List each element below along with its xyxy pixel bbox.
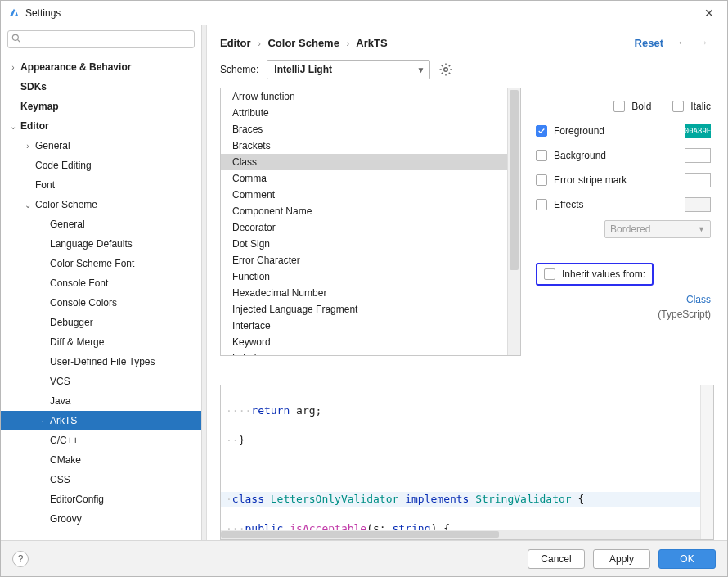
attribute-item[interactable]: Error Character [221, 252, 507, 268]
effects-label: Effects [554, 199, 583, 210]
breadcrumb-part[interactable]: Editor [220, 37, 251, 49]
back-icon[interactable]: ← [673, 35, 693, 50]
tree-item-label: Font [34, 179, 55, 191]
effects-swatch[interactable] [685, 197, 711, 212]
tree-item[interactable]: ·CSS [1, 470, 201, 489]
background-label: Background [554, 150, 606, 161]
tree-item[interactable]: ·Diff & Merge [1, 332, 201, 352]
scrollbar-thumb[interactable] [510, 90, 519, 270]
footer: ? Cancel Apply OK [1, 540, 727, 576]
inherit-source: Class (TypeScript) [536, 292, 711, 322]
attribute-item[interactable]: Comment [221, 187, 507, 203]
tree-item[interactable]: ·Font [1, 175, 201, 195]
attribute-item[interactable]: Comma [221, 170, 507, 187]
spacer-icon: · [37, 495, 48, 504]
inherit-checkbox[interactable] [544, 268, 555, 280]
tree-item[interactable]: ›General [1, 136, 201, 156]
attribute-item[interactable]: Keyword [221, 334, 507, 350]
tree-item[interactable]: ·Groovy [1, 509, 201, 529]
search-input[interactable] [7, 30, 195, 48]
attribute-list-body[interactable]: Arrow functionAttributeBracesBracketsCla… [221, 88, 507, 355]
attribute-item[interactable]: Dot Sign [221, 236, 507, 252]
breadcrumb: Editor › Color Scheme › ArkTS [220, 37, 388, 49]
attribute-item[interactable]: Brackets [221, 137, 507, 154]
error-stripe-checkbox[interactable] [536, 174, 547, 186]
tree-item[interactable]: ·Java [1, 391, 201, 411]
code-area[interactable]: ····return arg; ··} ·class LettersOnlyVa… [221, 385, 700, 539]
tree-item-label: Editor [19, 120, 49, 132]
cancel-button[interactable]: Cancel [528, 549, 585, 569]
tree-item[interactable]: ·VCS [1, 372, 201, 391]
attribute-item[interactable]: Hexadecimal Number [221, 285, 507, 301]
error-stripe-swatch[interactable] [685, 173, 711, 187]
scrollbar-vertical[interactable] [507, 88, 520, 355]
tree-item[interactable]: ·EditorConfig [1, 489, 201, 509]
tree-item-label: C/C++ [48, 435, 79, 446]
reset-button[interactable]: Reset [635, 37, 663, 49]
tree-item-label: Console Font [48, 277, 108, 289]
tree-item[interactable]: ·Code Editing [1, 156, 201, 175]
tree-item[interactable]: ·ArkTS [1, 411, 201, 430]
tree-item-label: Color Scheme Font [48, 258, 134, 269]
tree-item[interactable]: ·C/C++ [1, 430, 201, 450]
bold-checkbox[interactable] [613, 101, 625, 112]
tree-item-label: Debugger [48, 317, 93, 328]
help-icon[interactable]: ? [12, 551, 29, 567]
spacer-icon: · [37, 515, 48, 524]
tree-item[interactable]: ·Console Colors [1, 293, 201, 313]
attribute-item[interactable]: Braces [221, 121, 507, 137]
ok-button[interactable]: OK [658, 549, 716, 569]
tree-item[interactable]: ›Appearance & Behavior [1, 57, 201, 77]
attribute-item[interactable]: Interface [221, 318, 507, 334]
tree-item-label: SDKs [19, 81, 47, 92]
attribute-item[interactable]: Arrow function [221, 88, 507, 105]
chevron-right-icon: › [7, 63, 19, 72]
tree-item[interactable]: ·CMake [1, 450, 201, 470]
foreground-checkbox[interactable] [536, 125, 547, 137]
italic-checkbox[interactable] [672, 101, 684, 112]
attribute-item[interactable]: Function [221, 268, 507, 285]
tree-item[interactable]: ·Debugger [1, 313, 201, 332]
background-swatch[interactable] [685, 148, 711, 163]
foreground-swatch[interactable]: 00A89E [685, 124, 711, 138]
tree-item[interactable]: ·General [1, 214, 201, 234]
effects-checkbox[interactable] [536, 199, 547, 210]
close-icon[interactable]: ✕ [698, 7, 721, 20]
chevron-down-icon: ⌄ [22, 201, 34, 210]
settings-tree[interactable]: ›Appearance & Behavior·SDKs·Keymap⌄Edito… [1, 52, 201, 540]
effects-type-select[interactable]: Bordered ▼ [604, 220, 711, 238]
apply-button[interactable]: Apply [593, 549, 650, 569]
scrollbar-thumb[interactable] [221, 531, 499, 538]
inherit-link[interactable]: Class [686, 294, 711, 305]
window-title: Settings [25, 7, 61, 19]
attribute-item[interactable]: Injected Language Fragment [221, 301, 507, 318]
attribute-item[interactable]: Component Name [221, 203, 507, 219]
attribute-item[interactable]: Decorator [221, 219, 507, 236]
tree-item[interactable]: ⌄Editor [1, 116, 201, 136]
spacer-icon: · [37, 279, 48, 288]
tree-item[interactable]: ⌄Color Scheme [1, 195, 201, 214]
settings-window: Settings ✕ ›Appearance & Behavior·SDKs·K… [0, 0, 728, 577]
scheme-select[interactable]: IntelliJ Light ▼ [267, 60, 430, 79]
attribute-item[interactable]: Class [221, 154, 507, 170]
sidebar: ›Appearance & Behavior·SDKs·Keymap⌄Edito… [1, 25, 202, 540]
scrollbar-vertical[interactable] [700, 385, 713, 539]
tree-item[interactable]: ·Keymap [1, 97, 201, 116]
tree-item[interactable]: ·SDKs [1, 77, 201, 97]
attribute-item[interactable]: Label [221, 350, 507, 355]
background-checkbox[interactable] [536, 150, 547, 161]
attribute-item[interactable]: Attribute [221, 105, 507, 121]
tree-item[interactable]: ·Color Scheme Font [1, 254, 201, 273]
tree-item[interactable]: ·Language Defaults [1, 234, 201, 254]
tree-item[interactable]: ·User-Defined File Types [1, 352, 201, 372]
breadcrumb-part[interactable]: Color Scheme [267, 37, 339, 49]
spacer-icon: · [37, 358, 48, 367]
forward-icon[interactable]: → [693, 35, 712, 50]
spacer-icon: · [22, 161, 34, 170]
scrollbar-horizontal[interactable] [221, 530, 700, 539]
gear-icon[interactable] [438, 62, 453, 77]
error-stripe-label: Error stripe mark [554, 174, 627, 186]
tree-item-label: Appearance & Behavior [19, 61, 131, 73]
tree-item[interactable]: ·Console Font [1, 273, 201, 293]
spacer-icon: · [37, 436, 48, 445]
